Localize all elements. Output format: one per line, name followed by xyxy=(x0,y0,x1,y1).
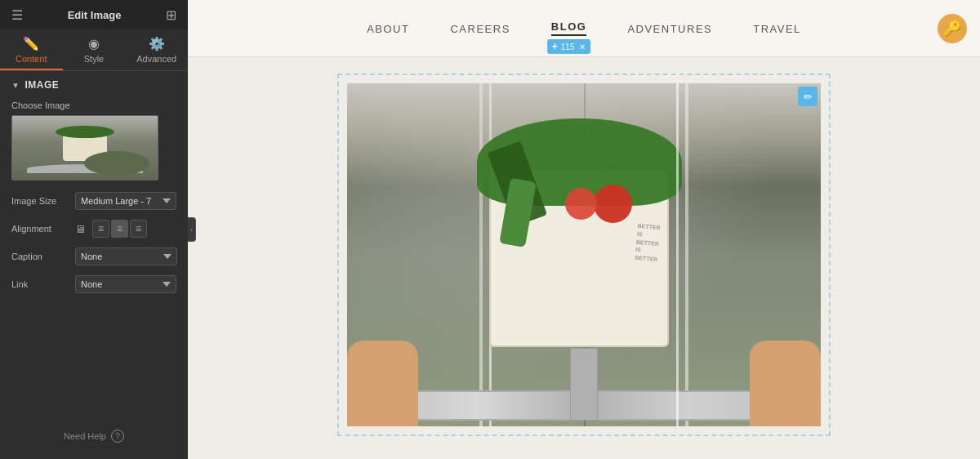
hand-right xyxy=(750,341,821,426)
image-section-label: Image xyxy=(24,79,59,91)
link-label: Link xyxy=(11,279,69,289)
tab-content-label: Content xyxy=(16,54,47,64)
style-tab-icon: ◉ xyxy=(88,36,100,51)
thumb-image xyxy=(12,116,158,180)
red-fruit-2 xyxy=(565,188,597,220)
link-row: Link None Media File Custom URL xyxy=(11,275,176,293)
align-center-button[interactable]: ≡ xyxy=(111,220,128,238)
navbar-logo: 🔑 xyxy=(938,14,967,43)
tab-content[interactable]: ✏️ Content xyxy=(0,29,63,70)
need-help-label: Need Help xyxy=(64,431,106,441)
advanced-tab-icon: ⚙️ xyxy=(149,36,165,51)
nav-link-travel[interactable]: TRAVEL xyxy=(753,23,801,35)
tab-advanced[interactable]: ⚙️ Advanced xyxy=(125,29,188,70)
bag-text: BETTERISBETTERISBETTER xyxy=(634,222,660,264)
hamburger-menu-icon[interactable]: ☰ xyxy=(11,7,23,23)
nav-item-about[interactable]: ABOUT xyxy=(367,21,409,36)
monitor-icon: 🖥 xyxy=(75,223,86,235)
nav-item-blog[interactable]: BLOG + 115 ✕ xyxy=(551,20,587,36)
grocery-bag: BETTERISBETTERISBETTER xyxy=(489,169,669,347)
image-size-select[interactable]: Medium Large - 7 xyxy=(75,192,176,210)
canvas-area: BETTERISBETTERISBETTER xyxy=(188,57,980,459)
nav-links: ABOUT CAREERS BLOG + 115 ✕ ADVENTURES TR… xyxy=(367,20,801,36)
sidebar-title: Edit Image xyxy=(68,9,122,21)
main-area: ABOUT CAREERS BLOG + 115 ✕ ADVENTURES TR… xyxy=(188,0,980,459)
alignment-label: Alignment xyxy=(11,224,69,234)
bike-stem xyxy=(570,348,599,420)
image-thumbnail[interactable] xyxy=(11,115,158,180)
tab-style[interactable]: ◉ Style xyxy=(63,29,126,70)
nav-item-adventures[interactable]: ADVENTURES xyxy=(627,21,712,36)
edit-image-button[interactable]: ✏ xyxy=(798,87,817,106)
nav-link-careers[interactable]: CAREERS xyxy=(450,23,510,35)
nav-item-careers[interactable]: CAREERS xyxy=(450,21,510,36)
image-container: BETTERISBETTERISBETTER xyxy=(347,83,821,426)
align-right-button[interactable]: ≡ xyxy=(130,220,147,238)
nav-link-about[interactable]: ABOUT xyxy=(367,23,409,35)
choose-image-label: Choose Image xyxy=(11,100,176,110)
alignment-row: Alignment 🖥 ≡ ≡ ≡ xyxy=(11,220,176,238)
badge-label: 115 xyxy=(561,42,575,51)
badge-plus-icon: + xyxy=(552,41,558,52)
sidebar-collapse-handle[interactable]: ‹ xyxy=(188,217,196,242)
logo-icon: 🔑 xyxy=(938,14,967,43)
sidebar-header: ☰ Edit Image ⊞ xyxy=(0,0,188,29)
need-help-section[interactable]: Need Help ? xyxy=(0,421,188,459)
alignment-buttons: ≡ ≡ ≡ xyxy=(92,220,147,238)
content-tab-icon: ✏️ xyxy=(23,36,39,51)
nav-item-travel[interactable]: TRAVEL xyxy=(753,21,801,36)
tab-style-label: Style xyxy=(84,54,104,64)
badge-close-icon[interactable]: ✕ xyxy=(579,42,586,51)
red-fruit xyxy=(594,185,633,223)
link-select[interactable]: None Media File Custom URL xyxy=(75,275,176,293)
section-chevron-icon: ▼ xyxy=(11,81,20,90)
nav-link-blog[interactable]: BLOG xyxy=(551,20,587,36)
caption-select[interactable]: None Attachment Caption Custom Caption xyxy=(75,247,177,265)
navbar: ABOUT CAREERS BLOG + 115 ✕ ADVENTURES TR… xyxy=(188,0,980,57)
caption-label: Caption xyxy=(11,252,69,261)
align-left-button[interactable]: ≡ xyxy=(92,220,109,238)
nav-link-adventures[interactable]: ADVENTURES xyxy=(627,23,712,35)
canvas-selection: BETTERISBETTERISBETTER xyxy=(337,74,831,436)
tab-advanced-label: Advanced xyxy=(136,54,176,64)
edit-pencil-icon: ✏ xyxy=(804,91,813,103)
grid-icon[interactable]: ⊞ xyxy=(166,7,176,23)
sidebar: ☰ Edit Image ⊞ ✏️ Content ◉ Style ⚙️ Adv… xyxy=(0,0,188,459)
sidebar-content: ▼ Image Choose Image Image Size Medium L… xyxy=(0,71,188,421)
help-icon[interactable]: ? xyxy=(111,430,124,443)
image-section-header: ▼ Image xyxy=(11,79,176,91)
main-image: BETTERISBETTERISBETTER xyxy=(347,83,821,426)
caption-row: Caption None Attachment Caption Custom C… xyxy=(11,247,176,265)
sidebar-tabs: ✏️ Content ◉ Style ⚙️ Advanced xyxy=(0,29,188,71)
nav-add-badge[interactable]: + 115 ✕ xyxy=(547,39,591,54)
bike-image-bg: BETTERISBETTERISBETTER xyxy=(347,83,821,426)
hand-left xyxy=(347,341,418,426)
image-size-row: Image Size Medium Large - 7 xyxy=(11,192,176,210)
image-size-label: Image Size xyxy=(11,196,69,206)
